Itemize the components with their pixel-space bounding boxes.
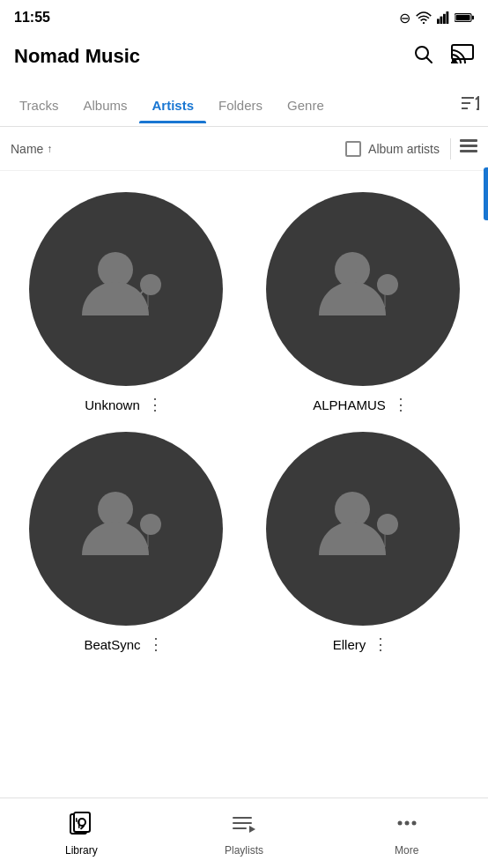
list-view-button[interactable] [460, 139, 477, 158]
artist-name-beatsync: BeatSync [84, 637, 140, 652]
signal-icon [437, 11, 449, 24]
nav-library[interactable]: Library [0, 804, 163, 864]
artist-more-alphamus[interactable]: ⋮ [389, 395, 412, 414]
svg-point-43 [411, 820, 416, 825]
svg-rect-18 [460, 150, 477, 152]
more-icon [395, 811, 419, 841]
artist-item-alphamus[interactable]: ♩ ALPHAMUS ⋮ [244, 182, 481, 421]
playlists-icon [232, 811, 256, 841]
sort-name-button[interactable]: Name ↑ [11, 142, 345, 156]
tabs-sort-icon[interactable] [453, 85, 488, 125]
svg-rect-2 [440, 17, 443, 24]
svg-rect-6 [455, 15, 470, 20]
tab-tracks[interactable]: Tracks [7, 87, 70, 123]
cast-icon[interactable] [451, 44, 474, 69]
artist-more-ellery[interactable]: ⋮ [369, 634, 392, 654]
status-icons: ⊖ [399, 10, 474, 26]
svg-rect-35 [78, 820, 80, 828]
svg-rect-1 [437, 19, 440, 24]
artists-grid: ♩ Unknown ⋮ ♩ ALPHAMUS ⋮ [0, 171, 488, 671]
artist-item-beatsync[interactable]: ♩ BeatSync ⋮ [7, 421, 244, 661]
artist-avatar-beatsync: ♩ [29, 432, 223, 626]
scroll-indicator [484, 167, 488, 220]
sort-divider [450, 138, 451, 160]
tab-albums[interactable]: Albums [70, 87, 139, 123]
svg-rect-3 [443, 14, 446, 24]
artist-name-alphamus: ALPHAMUS [313, 397, 386, 412]
artist-name-row-unknown: Unknown ⋮ [14, 395, 237, 414]
artist-name-row-beatsync: BeatSync ⋮ [14, 634, 237, 654]
tab-folders[interactable]: Folders [206, 87, 275, 123]
artist-avatar-ellery: ♩ [266, 432, 460, 626]
wifi-icon [416, 11, 432, 24]
library-icon [69, 811, 93, 841]
sort-label: Name [11, 142, 43, 156]
svg-point-41 [397, 820, 402, 825]
svg-rect-16 [460, 139, 477, 142]
artist-item-ellery[interactable]: ♩ Ellery ⋮ [244, 421, 481, 661]
artist-name-ellery: Ellery [333, 637, 366, 652]
svg-marker-40 [249, 826, 255, 833]
svg-rect-4 [447, 11, 449, 24]
svg-line-9 [427, 58, 433, 63]
album-artists-toggle[interactable]: Album artists [345, 141, 440, 157]
tabs-container: Tracks Albums Artists Folders Genre [0, 85, 488, 127]
status-bar: 11:55 ⊖ [0, 0, 488, 32]
tab-genres[interactable]: Genre [275, 87, 336, 123]
header: Nomad Music [0, 32, 488, 85]
tab-artists[interactable]: Artists [139, 87, 206, 123]
header-actions [412, 43, 474, 70]
app-title: Nomad Music [14, 45, 140, 68]
artist-name-unknown: Unknown [85, 397, 140, 412]
svg-text:♩: ♩ [379, 530, 388, 553]
album-artists-label: Album artists [368, 142, 440, 156]
nav-playlists-label: Playlists [225, 844, 263, 857]
artist-more-unknown[interactable]: ⋮ [144, 395, 166, 414]
nav-library-label: Library [65, 844, 98, 857]
artist-item-unknown[interactable]: ♩ Unknown ⋮ [7, 182, 244, 421]
svg-point-0 [423, 22, 425, 24]
sort-bar: Name ↑ Album artists [0, 127, 488, 171]
svg-rect-36 [76, 818, 78, 822]
bottom-nav: Library Playlists More [0, 798, 488, 868]
nav-more-label: More [395, 844, 418, 857]
dnd-icon: ⊖ [399, 10, 410, 26]
svg-text:♩: ♩ [379, 291, 388, 313]
nav-more[interactable]: More [325, 804, 488, 864]
svg-rect-7 [472, 16, 474, 19]
artist-name-row-ellery: Ellery ⋮ [251, 634, 474, 654]
svg-rect-17 [460, 145, 477, 147]
artist-avatar-alphamus: ♩ [266, 192, 460, 386]
artist-name-row-alphamus: ALPHAMUS ⋮ [251, 395, 474, 414]
artist-more-beatsync[interactable]: ⋮ [144, 634, 167, 654]
svg-text:♩: ♩ [142, 291, 151, 313]
artist-avatar-unknown: ♩ [29, 192, 223, 386]
svg-text:♩: ♩ [142, 530, 151, 553]
tabs: Tracks Albums Artists Folders Genre [7, 87, 453, 123]
album-artists-checkbox[interactable] [345, 141, 361, 157]
status-time: 11:55 [14, 10, 50, 26]
sort-arrow: ↑ [47, 143, 52, 155]
search-icon[interactable] [412, 43, 433, 70]
battery-icon [455, 11, 474, 24]
nav-playlists[interactable]: Playlists [163, 804, 326, 864]
svg-point-42 [404, 820, 409, 825]
